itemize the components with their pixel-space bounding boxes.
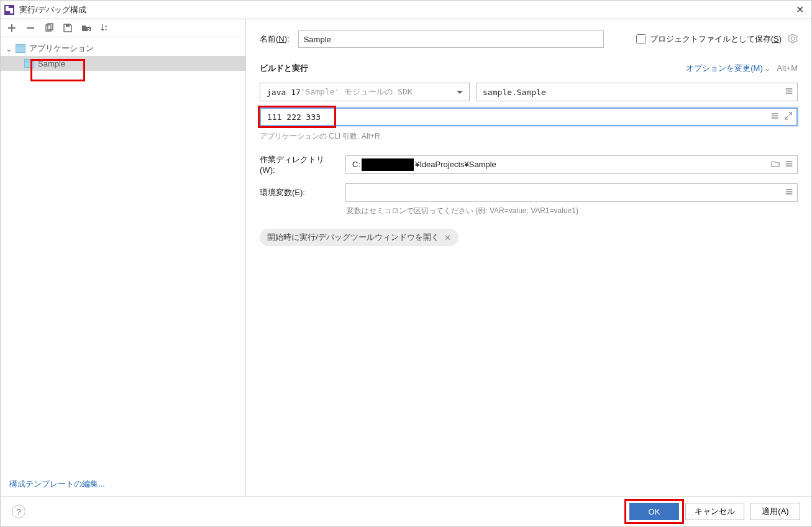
save-as-project-checkbox[interactable]: [636, 34, 646, 44]
folder-icon[interactable]: [771, 159, 780, 170]
edit-templates-link[interactable]: 構成テンプレートの編集...: [1, 472, 245, 496]
svg-rect-9: [772, 113, 778, 114]
application-icon: [16, 44, 25, 53]
workdir-label: 作業ディレクトリ(W):: [260, 154, 337, 175]
svg-rect-15: [786, 189, 793, 190]
tree-item-sample[interactable]: Sample: [1, 56, 245, 71]
gear-icon[interactable]: [788, 34, 798, 45]
modify-options-link[interactable]: オプションを変更(M)⌄ Alt+M: [686, 63, 798, 74]
titlebar: 実行/デバッグ構成 ✕: [1, 1, 811, 19]
close-icon[interactable]: ✕: [792, 4, 808, 16]
expand-icon[interactable]: [784, 112, 793, 122]
svg-rect-13: [786, 163, 793, 164]
svg-rect-3: [66, 24, 70, 27]
window-title: 実行/デバッグ構成: [19, 4, 792, 16]
svg-rect-10: [772, 116, 778, 117]
svg-rect-6: [786, 88, 793, 89]
help-icon[interactable]: ?: [12, 505, 25, 518]
env-input[interactable]: [345, 183, 798, 202]
svg-rect-8: [786, 93, 793, 94]
add-icon[interactable]: [7, 23, 17, 33]
svg-rect-7: [786, 91, 793, 92]
close-icon[interactable]: ✕: [444, 233, 451, 242]
env-hint: 変数はセミコロンで区切ってください (例: VAR=value; VAR1=va…: [347, 206, 798, 216]
list-icon[interactable]: [785, 159, 793, 170]
name-label: 名前(N):: [260, 34, 290, 45]
jdk-select[interactable]: java 17 'Sample' モジュールの SDK: [260, 83, 470, 101]
cancel-button[interactable]: キャンセル: [685, 503, 744, 520]
application-icon: [24, 59, 34, 68]
list-icon[interactable]: [785, 188, 793, 198]
tree-item-application[interactable]: ⌄ アプリケーション: [1, 41, 245, 56]
open-tool-window-chip[interactable]: 開始時に実行/デバッグツールウィンドウを開く ✕: [260, 229, 458, 246]
remove-icon[interactable]: [25, 23, 35, 33]
tree-label-sample: Sample: [38, 59, 65, 68]
sort-icon[interactable]: az: [100, 23, 110, 33]
svg-rect-12: [786, 161, 793, 162]
tree-label-application: アプリケーション: [29, 43, 94, 54]
workdir-input[interactable]: C:¥IdeaProjects¥Sample: [345, 155, 798, 174]
svg-rect-0: [27, 27, 34, 29]
copy-icon[interactable]: [44, 23, 54, 33]
app-icon: [4, 5, 14, 15]
sidebar: az ⌄ アプリケーション Sample 構成テンプレートの編集...: [1, 19, 246, 496]
list-icon[interactable]: [785, 87, 793, 98]
env-label: 環境変数(E):: [260, 187, 337, 198]
config-tree: ⌄ アプリケーション Sample: [1, 37, 245, 472]
build-run-title: ビルドと実行 オプションを変更(M)⌄ Alt+M: [260, 63, 798, 74]
footer: ? OK キャンセル 適用(A): [1, 496, 811, 526]
main-class-field[interactable]: sample.Sample: [476, 83, 798, 101]
svg-rect-17: [786, 193, 793, 195]
args-hint: アプリケーションの CLI 引数. Alt+R: [260, 131, 798, 142]
main-panel: 名前(N): プロジェクトファイルとして保存(S) ビルドと実行 オプションを変…: [246, 19, 811, 496]
list-icon[interactable]: [770, 112, 779, 122]
svg-rect-11: [772, 117, 778, 119]
folder-move-icon[interactable]: [81, 23, 91, 33]
redacted-block: [362, 158, 414, 171]
save-as-project-label: プロジェクトファイルとして保存(S): [650, 34, 782, 45]
chevron-down-icon[interactable]: ⌄: [6, 44, 13, 53]
svg-rect-16: [786, 191, 793, 193]
apply-button[interactable]: 適用(A): [750, 503, 800, 520]
save-icon[interactable]: [63, 23, 73, 33]
program-args-input[interactable]: 111 222 333: [260, 108, 798, 126]
sidebar-toolbar: az: [1, 19, 245, 37]
svg-rect-14: [786, 165, 793, 167]
chevron-down-icon: ⌄: [764, 63, 771, 73]
svg-text:z: z: [105, 28, 107, 32]
ok-button[interactable]: OK: [629, 503, 679, 520]
name-input[interactable]: [298, 30, 604, 48]
